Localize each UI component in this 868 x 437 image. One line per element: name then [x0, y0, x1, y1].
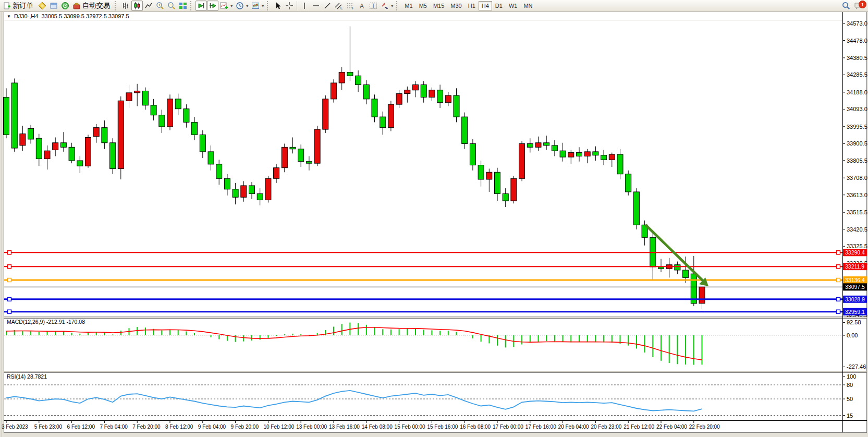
autotrading-label: 自动交易 [82, 1, 110, 10]
cursor-icon [274, 2, 282, 10]
svg-text:10 Feb 12:00: 10 Feb 12:00 [263, 424, 294, 430]
candle [462, 117, 468, 143]
crosshair-button[interactable] [284, 1, 295, 11]
candlestick-chart-icon [133, 2, 141, 10]
periods-dropdown-arrow[interactable]: ▾ [246, 4, 248, 8]
timeframe-button-D1[interactable]: D1 [492, 1, 506, 10]
candle [60, 143, 66, 148]
templates-icon [251, 2, 260, 10]
toolbar-grip[interactable] [190, 1, 194, 10]
periods-button[interactable]: ▾ [234, 1, 250, 11]
candle [216, 164, 222, 178]
equidistant-channel-button[interactable]: E [333, 1, 345, 11]
navigator-button[interactable] [59, 1, 71, 11]
horizontal-line-icon [312, 2, 320, 10]
svg-text:21 Feb 12:00: 21 Feb 12:00 [624, 424, 654, 430]
candle [347, 72, 353, 76]
metaeditor-icon [38, 2, 46, 10]
templates-dropdown-arrow[interactable]: ▾ [262, 4, 264, 8]
chart-shift-icon [209, 2, 217, 10]
fibonacci-button[interactable]: F [345, 1, 356, 11]
chart-canvas[interactable]: 34573.034478.034380.534285.534188.034093… [0, 0, 868, 437]
candle [429, 90, 435, 98]
candle [421, 84, 426, 97]
toolbar-grip[interactable] [396, 1, 400, 10]
candle [167, 99, 173, 127]
candle [617, 154, 623, 174]
new-order-button[interactable]: 新订单 [1, 1, 36, 11]
timeframe-button-M1[interactable]: M1 [401, 1, 415, 10]
candle [290, 147, 296, 149]
candle [339, 72, 345, 83]
toolbar-grip[interactable] [267, 1, 271, 10]
timeframe-button-H1[interactable]: H1 [465, 1, 479, 10]
svg-text:13 Feb 16:00: 13 Feb 16:00 [329, 424, 360, 430]
timeframe-button-M30[interactable]: M30 [447, 1, 464, 10]
arrows-button[interactable]: ▾ [379, 1, 395, 11]
svg-text:33805.5: 33805.5 [847, 157, 867, 164]
svg-text:5 Feb 23:00: 5 Feb 23:00 [34, 424, 63, 430]
zoom-in-button[interactable] [154, 1, 166, 11]
zoom-out-button[interactable] [166, 1, 177, 11]
candle [102, 128, 107, 143]
text-button[interactable]: A [356, 1, 368, 11]
navigator-icon [61, 2, 69, 10]
timeframe-button-M5[interactable]: M5 [416, 1, 430, 10]
candle [110, 143, 116, 169]
auto-scroll-button[interactable] [195, 1, 207, 11]
trendline-button[interactable] [322, 1, 333, 11]
svg-text:9 Feb 04:00: 9 Feb 04:00 [198, 424, 226, 430]
candle [233, 189, 238, 197]
autotrading-button[interactable]: 自动交易 [71, 1, 113, 11]
line-handle [8, 278, 11, 282]
candle [36, 138, 42, 159]
mt4-window: 新订单 自动交易 [0, 0, 868, 437]
templates-button[interactable]: ▾ [250, 1, 265, 11]
candle [28, 128, 34, 139]
macd-indicator-label: MACD(12,26,9) -212.91 -170.08 [7, 319, 85, 325]
candle [495, 172, 500, 193]
arrows-icon [381, 2, 389, 10]
indicators-dropdown-arrow[interactable]: ▾ [230, 4, 233, 8]
cursor-button[interactable] [272, 1, 284, 11]
candle [675, 265, 680, 270]
indicators-icon [220, 2, 228, 10]
line-chart-button[interactable] [143, 1, 154, 11]
candle [683, 270, 689, 277]
toolbar-grip[interactable] [115, 1, 118, 10]
tile-windows-button[interactable] [177, 1, 189, 11]
candle [626, 174, 631, 192]
candle [77, 161, 83, 166]
chart-shift-button[interactable] [207, 1, 218, 11]
timeframe-button-W1[interactable]: W1 [506, 1, 521, 10]
candle [372, 99, 377, 117]
search-button[interactable] [840, 1, 852, 11]
svg-text:34573.0: 34573.0 [847, 20, 867, 27]
bar-chart-button[interactable] [120, 1, 131, 11]
candle [249, 186, 255, 193]
window-menu-triangle[interactable]: ▼ [7, 14, 11, 19]
chart-title[interactable]: ▼ DJ30-,H4 33005.5 33099.5 32972.5 33097… [7, 13, 129, 19]
timeframe-button-H4[interactable]: H4 [479, 1, 492, 10]
svg-text:A: A [360, 3, 364, 10]
candle [470, 143, 475, 165]
text-icon: A [358, 2, 366, 10]
new-order-icon [3, 2, 11, 10]
line-handle [8, 265, 11, 269]
horizontal-line-button[interactable] [310, 1, 322, 11]
candle [568, 153, 574, 157]
svg-text:20 Feb 23:00: 20 Feb 23:00 [591, 424, 621, 430]
terminal-button[interactable] [48, 1, 59, 11]
candle [593, 152, 598, 155]
vertical-line-button[interactable] [299, 1, 310, 11]
arrows-dropdown-arrow[interactable]: ▾ [391, 4, 393, 8]
timeframe-button-MN[interactable]: MN [520, 1, 535, 10]
text-label-button[interactable]: T [368, 1, 379, 11]
svg-text:6 Feb 12:00: 6 Feb 12:00 [67, 424, 95, 430]
notifications-button[interactable]: 1 [852, 1, 865, 11]
indicators-button[interactable]: ▾ [218, 1, 234, 11]
candlestick-chart-button[interactable] [131, 1, 143, 11]
timeframe-button-M15[interactable]: M15 [430, 1, 447, 10]
metaeditor-button[interactable] [36, 1, 48, 11]
candle [20, 134, 26, 145]
